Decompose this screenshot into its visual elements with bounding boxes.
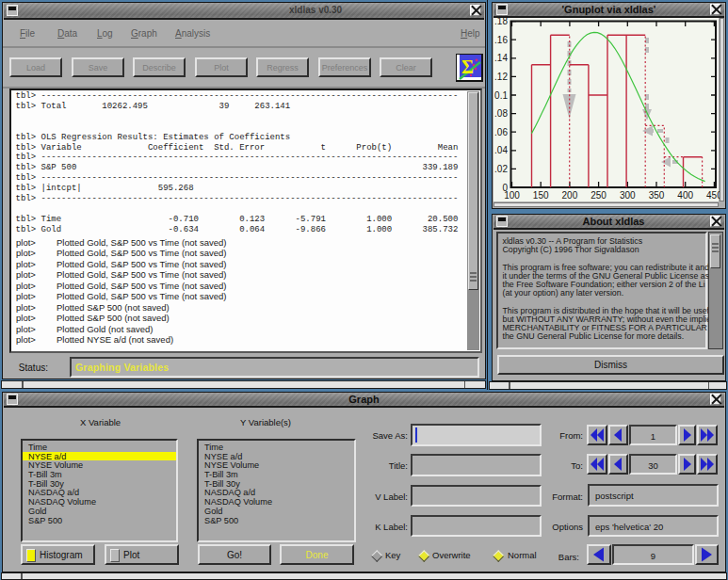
svg-text:.18: .18	[494, 17, 508, 26]
svg-text:150: 150	[533, 190, 549, 201]
svg-text:.02: .02	[494, 164, 508, 174]
svg-text:100: 100	[504, 190, 520, 201]
svg-text:250: 250	[590, 190, 607, 201]
svg-text:.16: .16	[494, 35, 508, 45]
svg-text:Σ: Σ	[461, 56, 474, 77]
svg-text:.08: .08	[494, 108, 508, 119]
svg-text:.14: .14	[494, 53, 508, 63]
svg-text:300: 300	[620, 190, 636, 201]
svg-text:400: 400	[677, 190, 693, 201]
svg-text:350: 350	[649, 190, 665, 201]
svg-text:.04: .04	[494, 145, 508, 155]
svg-text:.06: .06	[494, 127, 508, 137]
svg-text:0.1: 0.1	[494, 90, 508, 101]
svg-text:200: 200	[562, 190, 578, 201]
svg-text:.12: .12	[494, 72, 508, 82]
